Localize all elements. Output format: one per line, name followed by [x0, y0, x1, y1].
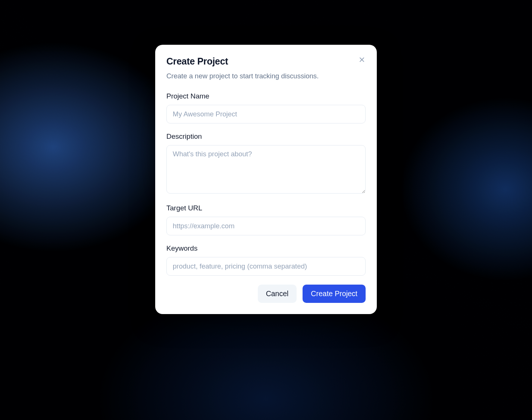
create-project-modal: Create Project Create a new project to s… — [155, 45, 377, 314]
modal-header: Create Project Create a new project to s… — [166, 56, 366, 81]
keywords-input[interactable] — [166, 257, 366, 276]
description-input[interactable] — [166, 145, 366, 194]
target-url-input[interactable] — [166, 217, 366, 235]
create-project-button[interactable]: Create Project — [303, 285, 366, 303]
keywords-group: Keywords — [166, 244, 366, 276]
project-name-input[interactable] — [166, 105, 366, 123]
project-name-group: Project Name — [166, 92, 366, 123]
close-button[interactable] — [357, 54, 367, 65]
modal-subtitle: Create a new project to start tracking d… — [166, 71, 366, 81]
target-url-group: Target URL — [166, 204, 366, 235]
description-label: Description — [166, 132, 366, 141]
modal-footer: Cancel Create Project — [166, 285, 366, 303]
target-url-label: Target URL — [166, 204, 366, 212]
close-icon — [358, 56, 366, 63]
project-name-label: Project Name — [166, 92, 366, 100]
keywords-label: Keywords — [166, 244, 366, 253]
cancel-button[interactable]: Cancel — [258, 285, 297, 303]
modal-title: Create Project — [166, 56, 366, 67]
description-group: Description — [166, 132, 366, 195]
